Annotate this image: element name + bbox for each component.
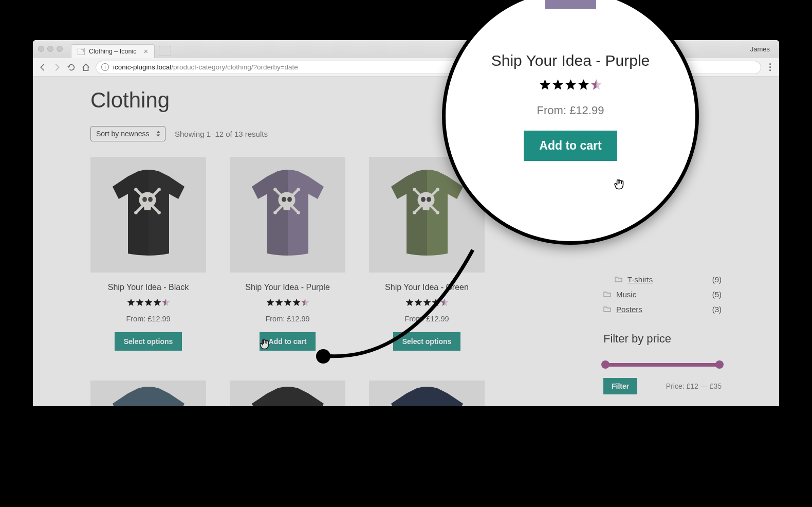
product-card[interactable]: Ship Your Idea - Black From: £12.99 Sele… — [90, 157, 206, 351]
reload-button[interactable] — [67, 63, 76, 72]
magnifier-price: From: £12.99 — [537, 104, 604, 117]
window-controls — [38, 46, 63, 52]
select-options-button[interactable]: Select options — [115, 332, 182, 351]
category-item[interactable]: Music (5) — [603, 287, 722, 302]
category-item[interactable]: Posters (3) — [603, 302, 722, 317]
product-rating — [266, 298, 309, 309]
product-image[interactable] — [90, 157, 206, 273]
filter-by-price-heading: Filter by price — [603, 332, 722, 346]
category-item[interactable]: T-shirts (9) — [603, 272, 722, 287]
product-card[interactable] — [230, 381, 345, 406]
category-link[interactable]: T-shirts — [628, 275, 653, 284]
filter-button[interactable]: Filter — [603, 378, 637, 394]
folder-icon — [603, 305, 611, 314]
site-info-icon[interactable]: i — [101, 63, 109, 71]
category-link[interactable]: Posters — [616, 305, 642, 314]
product-card[interactable] — [369, 381, 485, 406]
profile-name[interactable]: James — [750, 45, 774, 53]
price-slider-min-handle[interactable] — [601, 360, 610, 369]
product-title: Ship Your Idea - Black — [90, 283, 206, 292]
callout-origin-dot — [316, 349, 330, 364]
magnifier-rating — [539, 79, 602, 93]
folder-icon — [615, 275, 622, 284]
close-window-icon[interactable] — [38, 46, 44, 52]
price-slider[interactable] — [603, 363, 722, 367]
magnifier-add-to-cart-button[interactable]: Add to cart — [524, 131, 617, 161]
back-button[interactable] — [38, 63, 47, 72]
price-range-text: Price: £12 — £35 — [666, 382, 722, 390]
product-image[interactable] — [369, 381, 485, 406]
browser-menu-button[interactable] — [766, 63, 774, 71]
category-link[interactable]: Music — [616, 290, 636, 299]
magnifier-product-title: Ship Your Idea - Purple — [491, 52, 650, 69]
cursor-icon — [614, 178, 625, 192]
category-count: (9) — [712, 275, 722, 284]
minimize-window-icon[interactable] — [47, 46, 53, 52]
product-image[interactable] — [90, 381, 206, 406]
new-tab-button[interactable] — [159, 46, 171, 56]
close-tab-icon[interactable]: × — [143, 47, 148, 55]
tab-title: Clothing – Iconic — [89, 48, 136, 55]
sidebar: T-shirts (9) Music (5) Posters (3) Filte… — [603, 272, 722, 394]
product-card[interactable] — [90, 381, 206, 406]
browser-tab[interactable]: Clothing – Iconic × — [71, 44, 155, 58]
results-count: Showing 1–12 of 13 results — [175, 130, 268, 138]
product-price: From: £12.99 — [90, 315, 206, 323]
url-host: iconic-plugins.local — [113, 63, 171, 71]
folder-icon — [603, 290, 611, 299]
forward-button[interactable] — [52, 63, 62, 72]
url-path: /product-category/clothing/?orderby=date — [171, 63, 298, 71]
category-count: (5) — [712, 290, 722, 299]
price-slider-max-handle[interactable] — [715, 360, 724, 369]
home-button[interactable] — [81, 63, 90, 72]
maximize-window-icon[interactable] — [57, 46, 63, 52]
callout-connector — [319, 234, 504, 368]
sort-select[interactable]: Sort by newness — [90, 126, 165, 141]
product-rating — [127, 298, 170, 309]
page-favicon-icon — [78, 48, 85, 55]
cursor-icon — [260, 338, 271, 352]
category-count: (3) — [712, 305, 722, 314]
product-image[interactable] — [230, 381, 345, 406]
